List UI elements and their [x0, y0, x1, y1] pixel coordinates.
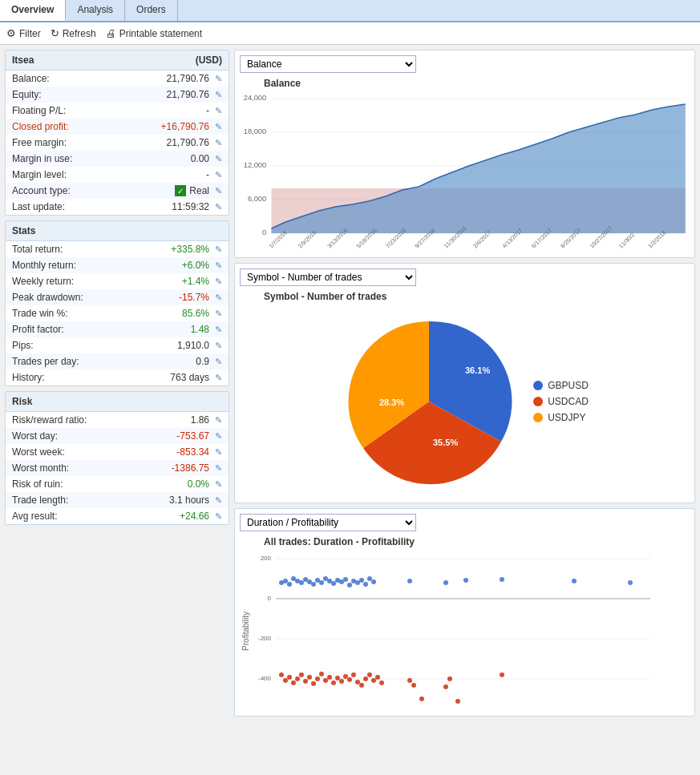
svg-text:28.3%: 28.3%	[379, 398, 404, 407]
svg-point-89	[363, 676, 368, 681]
svg-point-91	[371, 678, 376, 683]
svg-point-81	[331, 680, 336, 685]
value-pips: 1,910.0	[177, 340, 209, 351]
svg-point-53	[339, 579, 344, 584]
table-row: Equity: 21,790.76✎	[6, 87, 229, 103]
print-button[interactable]: 🖨 Printable statement	[106, 27, 202, 39]
table-row: Trades per day: 0.9✎	[6, 353, 229, 369]
svg-point-48	[319, 580, 324, 585]
edit-trade-length-icon[interactable]: ✎	[215, 495, 222, 506]
table-row: Risk of ruin: 0.0%✎	[6, 476, 229, 492]
svg-point-88	[359, 683, 364, 688]
table-row: Worst month: -1386.75✎	[6, 460, 229, 476]
label-trades-per-day: Trades per day:	[6, 353, 132, 369]
label-margin-level: Margin level:	[6, 167, 116, 183]
svg-point-90	[367, 672, 372, 677]
pie-chart-title: Symbol - Number of trades	[264, 291, 690, 302]
edit-trades-per-day-icon[interactable]: ✎	[215, 357, 222, 367]
usdjpy-dot	[533, 413, 543, 422]
scatter-chart-dropdown[interactable]: Duration / Profitability	[240, 514, 416, 531]
edit-trade-win-icon[interactable]: ✎	[215, 309, 222, 319]
svg-text:11/30/2: 11/30/2	[617, 232, 636, 249]
table-row: Risk/reward ratio: 1.86✎	[6, 412, 229, 428]
stats-table: Total return: +335.8%✎ Monthly return: +…	[6, 241, 229, 385]
scatter-wrapper: Profitability 200 0 -200 -400	[240, 551, 690, 711]
edit-account-type-icon[interactable]: ✎	[215, 186, 222, 196]
edit-worst-day-icon[interactable]: ✎	[215, 431, 222, 442]
edit-peak-drawdown-icon[interactable]: ✎	[215, 293, 222, 303]
edit-worst-month-icon[interactable]: ✎	[215, 463, 222, 474]
value-margin-in-use: 0.00	[191, 153, 209, 164]
edit-balance-icon[interactable]: ✎	[215, 74, 222, 84]
edit-last-update-icon[interactable]: ✎	[215, 202, 222, 212]
scatter-y-label: Profitability	[241, 612, 250, 651]
right-panel: Balance Balance 24,000 18,000 12,000 6,0…	[234, 50, 695, 716]
edit-profit-factor-icon[interactable]: ✎	[215, 325, 222, 335]
edit-worst-week-icon[interactable]: ✎	[215, 447, 222, 458]
label-equity: Equity:	[6, 87, 116, 103]
label-risk-of-ruin: Risk of ruin:	[6, 476, 133, 492]
svg-point-87	[355, 680, 360, 684]
svg-point-74	[303, 679, 308, 684]
tab-overview[interactable]: Overview	[0, 0, 66, 21]
svg-point-82	[335, 676, 340, 680]
svg-point-43	[299, 580, 304, 585]
table-row: Avg result: +24.66✎	[6, 508, 229, 524]
edit-equity-icon[interactable]: ✎	[215, 90, 222, 100]
label-monthly-return: Monthly return:	[6, 257, 132, 273]
svg-point-70	[287, 675, 292, 680]
svg-point-46	[311, 582, 316, 587]
risk-table: Risk/reward ratio: 1.86✎ Worst day: -753…	[6, 412, 229, 524]
value-last-update: 11:59:32	[172, 201, 209, 212]
tab-analysis[interactable]: Analysis	[66, 0, 125, 21]
edit-margin-in-use-icon[interactable]: ✎	[215, 154, 222, 164]
edit-weekly-return-icon[interactable]: ✎	[215, 276, 222, 287]
edit-monthly-return-icon[interactable]: ✎	[215, 260, 222, 271]
edit-history-icon[interactable]: ✎	[215, 373, 222, 383]
svg-point-61	[371, 579, 376, 584]
svg-text:0: 0	[262, 228, 266, 236]
table-row: Last update: 11:59:32✎	[6, 199, 229, 215]
svg-point-92	[375, 675, 380, 680]
edit-avg-result-icon[interactable]: ✎	[215, 511, 222, 522]
value-floating: -	[206, 105, 209, 116]
label-weekly-return: Weekly return:	[6, 273, 132, 289]
edit-closed-profit-icon[interactable]: ✎	[215, 122, 222, 132]
edit-risk-reward-icon[interactable]: ✎	[215, 415, 222, 426]
svg-point-49	[323, 576, 328, 581]
balance-chart-dropdown[interactable]: Balance	[240, 55, 416, 73]
svg-text:0: 0	[268, 595, 272, 602]
label-account-type: Account type:	[6, 183, 116, 199]
svg-point-76	[311, 681, 316, 686]
label-free-margin: Free margin:	[6, 135, 116, 151]
refresh-button[interactable]: ↻ Refresh	[51, 27, 96, 39]
toolbar: ⚙ Filter ↻ Refresh 🖨 Printable statement	[0, 22, 700, 45]
label-worst-day: Worst day:	[6, 428, 133, 444]
stats-card: Stats Total return: +335.8%✎ Monthly ret…	[5, 220, 229, 386]
edit-pips-icon[interactable]: ✎	[215, 341, 222, 351]
svg-marker-11	[271, 104, 685, 233]
svg-text:24,000: 24,000	[244, 94, 267, 102]
label-last-update: Last update:	[6, 199, 116, 215]
value-worst-month: -1386.75	[172, 462, 209, 474]
table-row: Margin in use: 0.00✎	[6, 151, 229, 167]
edit-total-return-icon[interactable]: ✎	[215, 244, 222, 255]
value-margin-level: -	[206, 169, 209, 180]
edit-free-margin-icon[interactable]: ✎	[215, 138, 222, 148]
svg-point-51	[331, 581, 336, 586]
svg-point-95	[411, 683, 416, 688]
main-content: Itsea (USD) Balance: 21,790.76✎ Equity: …	[0, 45, 700, 721]
edit-floating-icon[interactable]: ✎	[215, 106, 222, 116]
table-row: Trade length: 3.1 hours✎	[6, 492, 229, 508]
label-pips: Pips:	[6, 337, 132, 353]
stats-title: Stats	[12, 225, 35, 236]
refresh-label: Refresh	[63, 28, 96, 39]
filter-button[interactable]: ⚙ Filter	[6, 27, 41, 39]
svg-text:35.5%: 35.5%	[433, 438, 458, 447]
svg-point-60	[367, 576, 372, 581]
balance-chart: 24,000 18,000 12,000 6,000 0	[240, 92, 690, 252]
pie-chart-dropdown[interactable]: Symbol - Number of trades	[240, 268, 416, 286]
edit-risk-of-ruin-icon[interactable]: ✎	[215, 479, 222, 490]
edit-margin-level-icon[interactable]: ✎	[215, 170, 222, 180]
tab-orders[interactable]: Orders	[125, 0, 178, 21]
